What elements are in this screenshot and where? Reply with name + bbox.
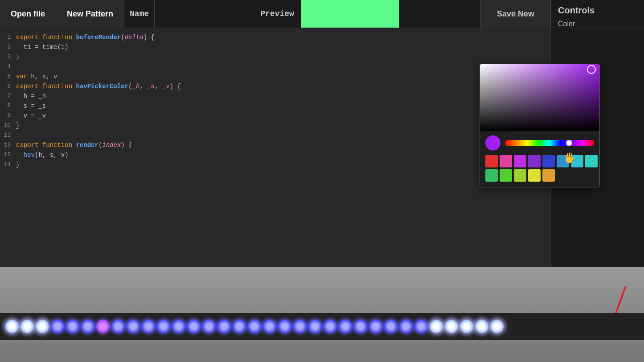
current-color-circle — [485, 135, 500, 150]
table-row: 8 s = _s — [0, 101, 550, 111]
list-item — [81, 320, 94, 333]
list-item — [187, 320, 201, 333]
list-item — [324, 320, 337, 333]
list-item — [339, 320, 352, 333]
main-content: 1 export function beforeRender(delta) { … — [0, 28, 644, 267]
table-row: 13 hsv(h, s, v) — [0, 150, 550, 160]
gradient-dark-overlay — [480, 64, 599, 131]
color-picker-controls: 🖐 — [480, 131, 599, 182]
color-swatch-lime[interactable] — [500, 169, 512, 182]
table-row: 10 } — [0, 121, 550, 130]
table-row: 4 — [0, 62, 550, 72]
list-item — [460, 320, 473, 333]
table-row: 6 export function hsvPickerColor(_h, _s,… — [0, 81, 550, 91]
color-swatch-cyan[interactable] — [571, 155, 583, 167]
color-swatch-magenta[interactable] — [514, 155, 526, 167]
open-file-button[interactable]: Open file — [0, 0, 56, 28]
color-swatches-grid — [485, 155, 594, 182]
list-item — [369, 320, 382, 333]
list-item — [384, 320, 398, 333]
led-strip-container — [0, 267, 644, 362]
color-swatch-red[interactable] — [485, 155, 498, 167]
list-item — [354, 320, 367, 333]
list-item — [217, 320, 231, 333]
name-label: Name — [124, 0, 155, 28]
pattern-name-input[interactable] — [155, 0, 253, 28]
list-item — [36, 320, 49, 333]
right-side-panel: 🖐 — [550, 28, 644, 267]
list-item — [172, 320, 185, 333]
list-item — [5, 320, 19, 333]
list-item — [445, 320, 458, 333]
color-swatch-blue[interactable] — [557, 155, 569, 167]
color-swatch-indigo[interactable] — [542, 155, 555, 167]
code-editor[interactable]: 1 export function beforeRender(delta) { … — [0, 28, 550, 267]
list-item — [202, 320, 216, 333]
list-item — [308, 320, 322, 333]
hue-slider-thumb[interactable] — [566, 140, 572, 146]
list-item — [21, 320, 34, 333]
list-item — [293, 320, 307, 333]
table-row: 5 var h, s, v — [0, 72, 550, 81]
list-item — [475, 320, 488, 333]
list-item — [399, 320, 413, 333]
color-swatch-violet[interactable] — [528, 155, 541, 167]
color-swatch-teal[interactable] — [585, 155, 598, 167]
list-item — [142, 320, 155, 333]
hue-slider-track — [505, 140, 594, 146]
list-item — [278, 320, 291, 333]
color-swatch-green[interactable] — [485, 169, 498, 182]
list-item — [430, 320, 443, 333]
preview-bar — [301, 0, 399, 28]
list-item — [233, 320, 246, 333]
table-row: 1 export function beforeRender(delta) { — [0, 33, 550, 42]
color-swatch-yellow-green[interactable] — [514, 169, 526, 182]
list-item — [248, 320, 261, 333]
led-strip-row — [0, 313, 644, 340]
list-item — [127, 320, 140, 333]
hue-row: 🖐 — [485, 135, 594, 150]
table-row: 12 export function render(index) { — [0, 140, 550, 150]
list-item — [96, 320, 110, 333]
list-item — [490, 320, 504, 333]
color-swatch-orange[interactable] — [542, 169, 555, 182]
color-gradient-area[interactable] — [480, 64, 599, 131]
table-row: 9 v = _v — [0, 111, 550, 121]
color-swatch-yellow[interactable] — [528, 169, 541, 182]
color-picker-handle[interactable] — [587, 65, 596, 74]
preview-label: Preview — [253, 0, 301, 28]
save-new-button[interactable]: Save New — [480, 0, 550, 28]
list-item — [51, 320, 64, 333]
new-pattern-button[interactable]: New Pattern — [56, 0, 124, 28]
controls-panel: Controls Color — [550, 0, 644, 28]
table-row: 7 h = _h — [0, 91, 550, 101]
list-item — [111, 320, 125, 333]
list-item — [414, 320, 428, 333]
top-bar: Open file New Pattern Name Preview Save … — [0, 0, 644, 28]
color-picker-popup: 🖐 — [480, 64, 600, 187]
color-label: Color — [558, 20, 637, 28]
list-item — [263, 320, 276, 333]
table-row: 3 } — [0, 52, 550, 62]
controls-title: Controls — [558, 5, 637, 16]
table-row: 2 t1 = time(1) — [0, 42, 550, 52]
hue-slider-container[interactable]: 🖐 — [505, 140, 594, 146]
bottom-led-area — [0, 267, 644, 362]
table-row: 11 — [0, 130, 550, 140]
table-row: 14 } — [0, 160, 550, 170]
list-item — [157, 320, 170, 333]
list-item — [66, 320, 79, 333]
color-swatch-pink[interactable] — [500, 155, 512, 167]
